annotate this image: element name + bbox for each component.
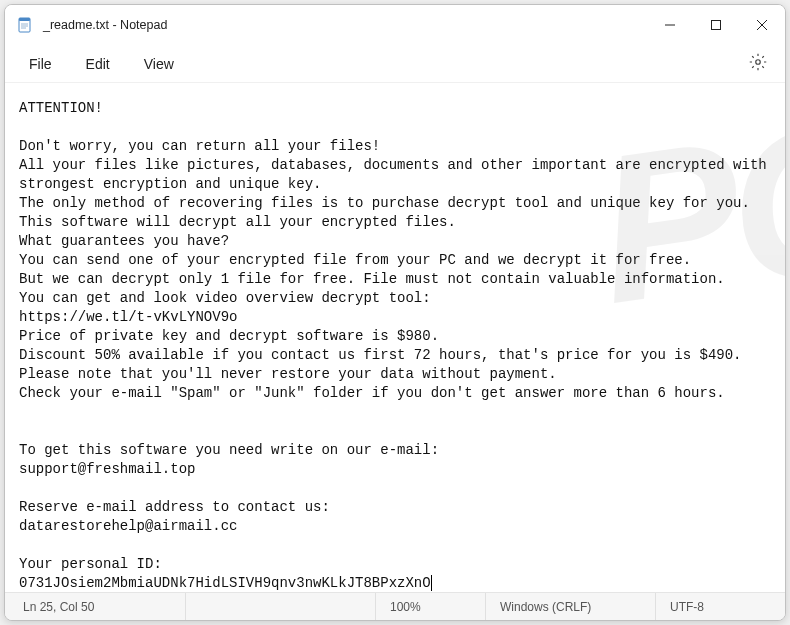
window-title: _readme.txt - Notepad (43, 18, 647, 32)
text-content[interactable]: ATTENTION! Don't worry, you can return a… (5, 83, 785, 592)
text-cursor (431, 575, 432, 591)
status-line-ending: Windows (CRLF) (485, 593, 655, 620)
status-zoom[interactable]: 100% (375, 593, 485, 620)
menu-view[interactable]: View (130, 51, 188, 77)
settings-button[interactable] (741, 48, 775, 80)
window: _readme.txt - Notepad File Edit View (4, 4, 786, 621)
menu-file[interactable]: File (15, 51, 66, 77)
menubar: File Edit View (5, 45, 785, 83)
status-position: Ln 25, Col 50 (5, 593, 185, 620)
minimize-button[interactable] (647, 5, 693, 45)
maximize-button[interactable] (693, 5, 739, 45)
svg-rect-1 (19, 18, 30, 21)
titlebar: _readme.txt - Notepad (5, 5, 785, 45)
gear-icon (749, 53, 767, 75)
svg-rect-6 (712, 21, 721, 30)
watermark: PC (599, 184, 785, 241)
statusbar: Ln 25, Col 50 100% Windows (CRLF) UTF-8 (5, 592, 785, 620)
window-controls (647, 5, 785, 45)
menu-edit[interactable]: Edit (72, 51, 124, 77)
notepad-icon (17, 17, 33, 33)
close-button[interactable] (739, 5, 785, 45)
status-encoding: UTF-8 (655, 593, 785, 620)
svg-point-9 (756, 59, 761, 64)
